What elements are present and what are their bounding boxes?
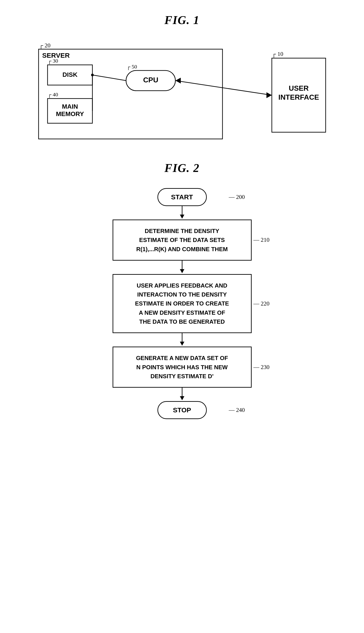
svg-text:DISK: DISK xyxy=(62,71,78,78)
svg-text:┌ 40: ┌ 40 xyxy=(48,92,58,98)
flow-stop: STOP xyxy=(158,401,207,419)
fig1-diagram: SERVER ┌ 20 DISK ┌ 30 MAIN MEMORY ┌ 40 C… xyxy=(25,36,339,143)
svg-text:┌ 30: ┌ 30 xyxy=(48,58,58,64)
arrow1 xyxy=(178,206,186,219)
svg-line-21 xyxy=(176,81,272,95)
svg-marker-25 xyxy=(180,215,184,219)
flow-box-3: GENERATE A NEW DATA SET OF N POINTS WHIC… xyxy=(112,347,252,388)
svg-marker-27 xyxy=(180,269,184,273)
fig1-title: FIG. 1 xyxy=(164,14,200,27)
box3-ref: — 230 xyxy=(254,364,270,371)
svg-line-13 xyxy=(92,75,126,81)
svg-rect-0 xyxy=(38,49,222,139)
page: FIG. 1 SERVER ┌ 20 DISK ┌ 30 MAIN MEMORY… xyxy=(0,0,364,633)
fig2-flowchart: START — 200 DETERMINE THE DENSITY ESTIMA… xyxy=(81,188,283,437)
svg-text:INTERFACE: INTERFACE xyxy=(278,93,319,101)
svg-text:┌ 10: ┌ 10 xyxy=(272,51,283,58)
stop-ref: — 240 xyxy=(229,407,245,414)
flow-box-2: USER APPLIES FEEDBACK AND INTERACTION TO… xyxy=(112,274,252,333)
svg-text:┌ 50: ┌ 50 xyxy=(126,64,137,70)
svg-text:MAIN: MAIN xyxy=(62,103,78,110)
box2-ref: — 220 xyxy=(254,300,270,307)
flow-box-1: DETERMINE THE DENSITY ESTIMATE OF THE DA… xyxy=(112,219,252,261)
svg-marker-31 xyxy=(180,396,184,400)
svg-marker-22 xyxy=(266,92,272,98)
svg-text:CPU: CPU xyxy=(143,76,158,84)
arrow3 xyxy=(178,333,186,347)
svg-text:┌ 20: ┌ 20 xyxy=(39,42,50,49)
svg-text:USER: USER xyxy=(289,84,308,92)
svg-marker-29 xyxy=(180,342,184,346)
svg-marker-23 xyxy=(176,78,181,84)
start-ref: — 200 xyxy=(229,194,245,200)
fig2-title: FIG. 2 xyxy=(164,161,200,175)
fig1-svg: SERVER ┌ 20 DISK ┌ 30 MAIN MEMORY ┌ 40 C… xyxy=(25,36,339,143)
box1-ref: — 210 xyxy=(254,237,270,243)
arrow4 xyxy=(178,388,186,401)
arrow2 xyxy=(178,261,186,274)
flow-start: START xyxy=(158,188,207,206)
svg-text:MEMORY: MEMORY xyxy=(56,110,84,117)
